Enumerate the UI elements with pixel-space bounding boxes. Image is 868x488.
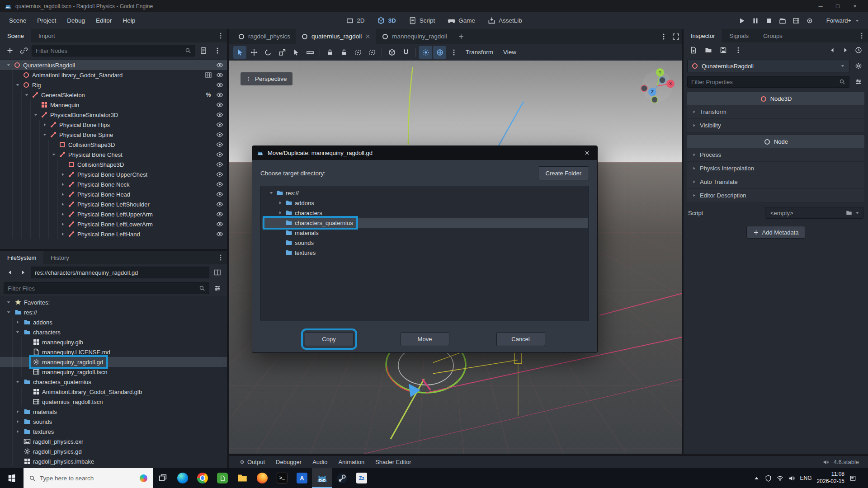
tray-speaker[interactable] [788,475,795,482]
filesystem-item[interactable]: AnimationLibrary_Godot_Standard.glb [0,387,227,397]
filter-properties-input[interactable]: Filter Properties [687,76,849,88]
menu-project[interactable]: Project [32,14,61,27]
list-select-tool[interactable] [289,46,302,59]
add-node-button[interactable] [4,45,16,56]
scene-tab-mannequiny-ragdoll[interactable]: mannequiny_ragdoll [376,29,453,44]
visibility-toggle[interactable] [215,230,224,238]
filesystem-dock-menu[interactable] [214,251,227,264]
filesystem-item[interactable]: characters_quaternius [0,377,227,387]
script-property-value[interactable]: <empty> [765,207,863,219]
version-label[interactable]: 4.6.stable [834,459,859,465]
history-back-button[interactable] [826,44,838,56]
unlock-selected-tool[interactable] [337,46,350,59]
taskbar-chrome[interactable] [193,468,212,488]
bottom-panel-debugger[interactable]: Debugger [270,456,307,468]
visibility-toggle[interactable] [215,121,224,128]
resource-options-button[interactable] [732,44,744,56]
move-button[interactable]: Move [401,332,449,346]
movie-mode-button[interactable] [803,14,816,27]
tray-wifi[interactable] [777,475,783,482]
taskbar-firefox[interactable] [252,468,272,488]
instantiate-scene-button[interactable] [18,45,30,56]
copy-button[interactable]: Copy [305,332,354,346]
current-path-field[interactable]: res://characters/mannequiny_ragdoll.gd [31,267,209,278]
context-3d[interactable]: 3D [372,14,401,27]
animation-badge[interactable] [204,71,213,79]
cancel-button[interactable]: Cancel [496,332,545,346]
visibility-toggle[interactable] [215,161,224,168]
visibility-toggle[interactable] [215,201,224,208]
visibility-toggle[interactable] [215,71,224,79]
menu-scene[interactable]: Scene [4,14,32,27]
play-button[interactable] [735,14,749,27]
scene-dock-dock-menu[interactable] [214,29,227,42]
taskbar-explorer[interactable] [232,468,252,488]
load-script-icon[interactable] [846,210,852,216]
history-forward-button[interactable] [17,267,29,278]
language-indicator[interactable]: ENG [800,475,812,481]
visibility-toggle[interactable] [215,81,224,89]
ungroup-selected-tool[interactable] [365,46,378,59]
taskbar-steam[interactable] [332,468,352,488]
tray-chevron-up[interactable] [753,475,760,482]
notification-center-icon[interactable] [849,475,856,482]
directory-item[interactable]: materials [262,228,588,238]
filesystem-item[interactable]: materials [0,407,227,417]
visibility-toggle[interactable] [215,151,224,158]
history-forward-button[interactable] [839,44,851,56]
directory-item[interactable]: textures [262,248,588,258]
maximize-button[interactable]: □ [829,0,846,12]
taskbar-godot[interactable] [312,468,332,488]
history-back-button[interactable] [4,267,16,278]
visibility-toggle[interactable] [215,61,224,69]
preview-environment-tool[interactable] [433,46,446,59]
inspector-group-visibility[interactable]: Visibility [687,119,864,132]
scene-tree-item[interactable]: CollisionShape3D [0,140,227,150]
scene-tree-item[interactable]: Physical Bone LeftShoulder [0,199,227,209]
scene-dock-tab-scene[interactable]: Scene [0,29,31,42]
filesystem-item[interactable]: mannequiny.glb [0,337,227,347]
play-scene-button[interactable] [776,14,789,27]
scene-tree-item[interactable]: PhysicalBoneSimulator3D [0,110,227,120]
viewport-menu-transform[interactable]: Transform [461,49,498,56]
context-assetlib[interactable]: AssetLib [482,14,528,27]
select-tool[interactable] [233,46,246,59]
filesystem-item[interactable]: res:// [0,307,227,317]
menu-editor[interactable]: Editor [90,14,117,27]
filesystem-item[interactable]: characters [0,327,227,337]
edit-history-button[interactable] [852,44,864,56]
directory-item[interactable]: characters_quaternius [262,218,588,228]
scene-tree-item[interactable]: QunaterniusRagdoll [0,60,227,70]
scene-tabs-menu-button[interactable] [657,31,670,42]
scene-tree-item[interactable]: Mannequin [0,100,227,110]
menu-help[interactable]: Help [117,14,141,27]
inspector-group-physics-interpolation[interactable]: Physics Interpolation [687,162,864,175]
filesystem-item[interactable]: ragdoll_physics.lmbake [0,456,227,466]
filesystem-item[interactable]: quaternius_ragdoll.tscn [0,397,227,407]
scene-tree-item[interactable]: Physical Bone LeftUpperArm [0,209,227,219]
context-2d[interactable]: 2D [340,14,370,27]
menu-debug[interactable]: Debug [61,14,90,27]
view-options-tool[interactable] [447,46,460,59]
stop-button[interactable] [762,14,776,27]
dialog-titlebar[interactable]: Move/Duplicate: mannequiny_ragdoll.gd [252,146,597,160]
taskbar-search-input[interactable]: Type here to search [24,468,153,488]
inspector-group-auto-translate[interactable]: Auto Translate [687,175,864,189]
preview-sunlight-tool[interactable] [419,46,432,59]
inspector-tab-inspector[interactable]: Inspector [684,29,722,42]
group-selected-tool[interactable] [351,46,364,59]
filesystem-item[interactable]: Favorites: [0,297,227,307]
filter-files-input[interactable]: Filter Files [4,282,209,294]
visibility-toggle[interactable] [215,171,224,178]
inspector-group-editor-description[interactable]: Editor Description [687,189,864,202]
inspector-tab-groups[interactable]: Groups [756,29,790,42]
taskbar-edge[interactable] [173,468,193,488]
play-custom-scene-button[interactable] [789,14,803,27]
visibility-toggle[interactable] [215,111,224,118]
transform-ruler-tool[interactable] [303,46,316,59]
context-game[interactable]: Game [442,14,481,27]
context-script[interactable]: Script [403,14,441,27]
minimize-button[interactable]: ─ [812,0,829,12]
scene-tree-item[interactable]: Rig [0,80,227,90]
inspector-dock-menu[interactable] [855,29,868,42]
